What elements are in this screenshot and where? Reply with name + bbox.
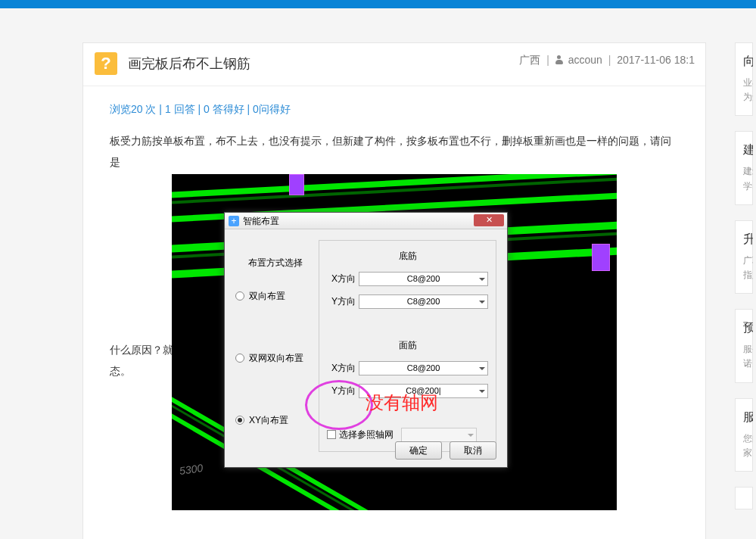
question-header: ? 画完板后布不上钢筋 广西 | accoun | 2017-11-06 18:… — [83, 43, 705, 86]
cad-dimension: 5300 — [178, 457, 204, 481]
radio-xy[interactable]: XY向布置 — [235, 411, 319, 429]
dialog-icon: + — [229, 216, 239, 226]
bottom-y-input[interactable]: C8@200 — [359, 294, 488, 309]
side-card-5[interactable]: 服 您的 家 — [735, 398, 753, 472]
question-stats[interactable]: 浏览20 次 | 1 回答 | 0 答得好 | 0问得好 — [83, 86, 705, 123]
side-card-3[interactable]: 升 广联 指定 — [735, 220, 753, 294]
side-card-2[interactable]: 建 建筑 学习 — [735, 131, 753, 204]
question-panel: ? 画完板后布不上钢筋 广西 | accoun | 2017-11-06 18:… — [82, 42, 706, 539]
top-bar — [0, 0, 756, 8]
smart-layout-dialog: + 智能布置 ✕ 布置方式选择 双向布置 双网双向布置 — [224, 212, 508, 468]
close-icon[interactable]: ✕ — [474, 214, 504, 226]
radio-double-net[interactable]: 双网双向布置 — [235, 349, 319, 367]
meta-author[interactable]: accoun — [568, 54, 602, 66]
annotation-circle — [305, 380, 373, 430]
ref-grid-select[interactable] — [401, 428, 477, 442]
bottom-x-label: X方向 — [327, 270, 356, 288]
sidebar: 向 业界 为知 建 建筑 学习 升 广联 指定 预 服务 诺贝 服 您的 家 — [735, 42, 753, 525]
ref-grid-checkbox[interactable] — [327, 430, 336, 439]
top-x-label: X方向 — [327, 359, 356, 377]
user-icon — [555, 55, 563, 64]
bottom-x-input[interactable]: C8@200 — [359, 272, 488, 286]
body-text-1: 板受力筋按单板布置，布不上去，也没有提示，但新建了构件，按多板布置也不行，删掉板… — [110, 130, 679, 173]
bottom-y-label: Y方向 — [327, 292, 356, 310]
meta-datetime: 2017-11-06 18:1 — [617, 54, 695, 66]
ok-button[interactable]: 确定 — [395, 441, 442, 460]
side-card-4[interactable]: 预 服务 诺贝 — [735, 309, 753, 382]
dialog-titlebar[interactable]: + 智能布置 ✕ — [225, 213, 507, 229]
group-bottom-label: 底筋 — [327, 247, 488, 265]
question-body: 板受力筋按单板布置，布不上去，也没有提示，但新建了构件，按多板布置也不行，删掉板… — [83, 123, 705, 539]
layout-mode-label: 布置方式选择 — [232, 254, 319, 272]
meta-location: 广西 — [519, 54, 540, 66]
question-title: 画完板后布不上钢筋 — [128, 55, 250, 73]
annotation-text: 没有轴网 — [366, 385, 438, 421]
screenshot-1: 5300 + 智能布置 ✕ 布置方式选择 双向布置 — [172, 174, 617, 510]
top-x-input[interactable]: C8@200 — [359, 361, 488, 375]
cancel-button[interactable]: 取消 — [450, 441, 496, 460]
side-card-6[interactable] — [735, 487, 753, 509]
side-card-1[interactable]: 向 业界 为知 — [735, 42, 753, 116]
question-mark-icon: ? — [95, 52, 117, 75]
dialog-title-text: 智能布置 — [243, 212, 279, 230]
group-top-label: 面筋 — [327, 336, 488, 354]
radio-two-way[interactable]: 双向布置 — [235, 287, 319, 305]
question-meta: 广西 | accoun | 2017-11-06 18:1 — [519, 54, 695, 67]
